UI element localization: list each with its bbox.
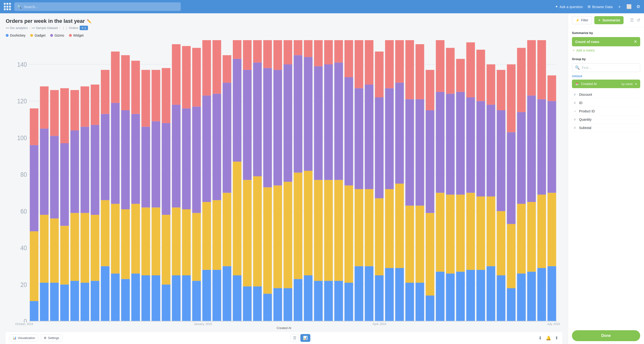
settings-icon[interactable]: ⚙ xyxy=(636,4,640,9)
summarize-button[interactable]: ＋ Summarize xyxy=(594,16,624,24)
svg-rect-144 xyxy=(354,266,363,321)
svg-rect-118 xyxy=(284,64,292,182)
svg-rect-130 xyxy=(314,66,322,180)
refresh-icon[interactable]: ↺ xyxy=(637,17,640,23)
group-item-id[interactable]: # ID xyxy=(572,99,640,107)
svg-rect-44 xyxy=(101,266,110,321)
dashboard-icon[interactable]: ⬜ xyxy=(626,4,632,9)
layers-icon-2: ⊶ xyxy=(32,26,35,30)
svg-rect-150 xyxy=(365,85,373,189)
summarize-by-label: Summarize by xyxy=(572,31,640,35)
svg-rect-215 xyxy=(527,40,536,95)
breadcrumb-dataset[interactable]: ⊶ Sample Dataset xyxy=(32,26,58,30)
svg-rect-51 xyxy=(111,51,120,103)
svg-rect-149 xyxy=(365,189,373,266)
svg-rect-129 xyxy=(314,180,322,281)
svg-rect-218 xyxy=(538,99,546,195)
sort-icon[interactable]: ☰ xyxy=(630,17,634,23)
svg-rect-73 xyxy=(172,207,180,275)
filter-button[interactable]: ⚡ Filter xyxy=(572,16,592,24)
group-item-subtotal[interactable]: # Subtotal xyxy=(572,124,640,132)
svg-rect-131 xyxy=(314,40,322,66)
group-item-quantity[interactable]: # Quantity xyxy=(572,115,640,124)
share-icon[interactable]: ⬆ xyxy=(555,336,558,341)
svg-rect-19 xyxy=(30,108,38,145)
svg-rect-43 xyxy=(90,85,99,125)
group-item-product-id[interactable]: ⇀ Product ID xyxy=(572,107,640,115)
svg-rect-77 xyxy=(182,209,191,275)
breadcrumb-orders[interactable]: ⋮⋮ Orders xyxy=(62,26,78,30)
svg-rect-205 xyxy=(507,224,515,288)
svg-rect-49 xyxy=(111,204,120,274)
chart-view-toggle[interactable]: 📊 xyxy=(300,334,310,342)
download-icon[interactable]: ⬇ xyxy=(538,336,542,341)
filter-icon-btn: ⚡ xyxy=(576,18,580,22)
svg-rect-121 xyxy=(294,173,302,279)
svg-rect-161 xyxy=(395,184,404,268)
svg-rect-200 xyxy=(497,275,505,321)
breadcrumb-separator-2: • xyxy=(59,26,60,30)
breadcrumb-analytics[interactable]: ⊶ Our analytics xyxy=(6,26,28,30)
remove-created-at-icon[interactable]: ✕ xyxy=(635,82,637,86)
svg-rect-110 xyxy=(263,68,272,187)
legend-dot-gadget xyxy=(30,34,33,37)
svg-rect-103 xyxy=(243,40,252,70)
count-of-rows-pill[interactable]: Count of rows ✕ xyxy=(572,37,640,46)
group-search-box[interactable]: 🔍 xyxy=(572,63,640,72)
svg-rect-201 xyxy=(497,211,505,275)
svg-rect-20 xyxy=(40,283,48,321)
svg-rect-123 xyxy=(294,40,302,55)
remove-metric-icon[interactable]: ✕ xyxy=(634,39,637,44)
svg-text:100: 100 xyxy=(17,134,27,141)
search-icon: 🔍 xyxy=(17,4,22,9)
svg-rect-18 xyxy=(30,145,38,231)
svg-rect-125 xyxy=(304,171,312,275)
done-button[interactable]: Done xyxy=(572,330,640,341)
browse-data-button[interactable]: ⊞ Browse Data xyxy=(588,4,612,9)
svg-rect-59 xyxy=(131,61,140,114)
add-icon[interactable]: ＋ xyxy=(617,4,622,9)
svg-rect-151 xyxy=(365,40,373,85)
panel-icon-buttons: ☰ ↺ xyxy=(630,17,640,23)
group-by-label: Group by xyxy=(572,57,640,61)
chart-title: Orders per week in the last year xyxy=(6,18,85,24)
bar-chart-icon: 📊 xyxy=(12,336,16,340)
svg-rect-112 xyxy=(274,288,282,321)
visualization-button[interactable]: 📊 Visualization xyxy=(10,335,38,342)
ask-question-button[interactable]: ✦ Ask a question xyxy=(555,4,583,9)
plus-summarize-icon: ＋ xyxy=(598,18,601,22)
svg-rect-137 xyxy=(334,180,343,281)
created-at-group-pill[interactable]: 📅 Created At by week ✕ xyxy=(572,80,640,88)
svg-rect-82 xyxy=(192,107,201,213)
svg-rect-33 xyxy=(70,213,79,281)
bottom-toolbar: 📊 Visualization ⚙ Settings ☰ 📊 ⬇ 🔔 ⬆ xyxy=(6,332,562,344)
svg-rect-196 xyxy=(486,266,495,321)
svg-rect-67 xyxy=(152,70,160,121)
group-search-input[interactable] xyxy=(582,66,637,70)
settings-gear-icon: ⚙ xyxy=(44,336,46,340)
svg-rect-94 xyxy=(222,83,231,193)
svg-rect-186 xyxy=(456,92,465,195)
search-input[interactable] xyxy=(24,5,178,9)
hash-icon-discount: # xyxy=(573,93,577,96)
alert-icon[interactable]: 🔔 xyxy=(546,336,551,341)
svg-rect-61 xyxy=(142,207,150,275)
svg-rect-109 xyxy=(263,187,272,294)
settings-button[interactable]: ⚙ Settings xyxy=(41,335,62,342)
svg-rect-207 xyxy=(507,64,515,132)
edit-title-icon[interactable]: ✏️ xyxy=(87,19,92,23)
svg-rect-116 xyxy=(284,288,292,321)
svg-rect-133 xyxy=(324,180,333,281)
add-metric-button[interactable]: ＋ Add a metric xyxy=(572,48,640,52)
svg-rect-17 xyxy=(30,231,38,301)
search-box[interactable]: 🔍 xyxy=(14,2,181,11)
panel-top-bar: ⚡ Filter ＋ Summarize ☰ ↺ xyxy=(568,13,644,27)
svg-rect-64 xyxy=(152,275,160,321)
filter-badge[interactable]: ≡ 1 xyxy=(80,26,88,30)
group-item-discount[interactable]: # Discount xyxy=(572,90,640,99)
app-logo[interactable] xyxy=(4,3,12,10)
svg-rect-39 xyxy=(80,86,89,127)
svg-rect-88 xyxy=(212,270,221,321)
svg-rect-210 xyxy=(517,112,526,204)
table-view-toggle[interactable]: ☰ xyxy=(290,334,299,342)
